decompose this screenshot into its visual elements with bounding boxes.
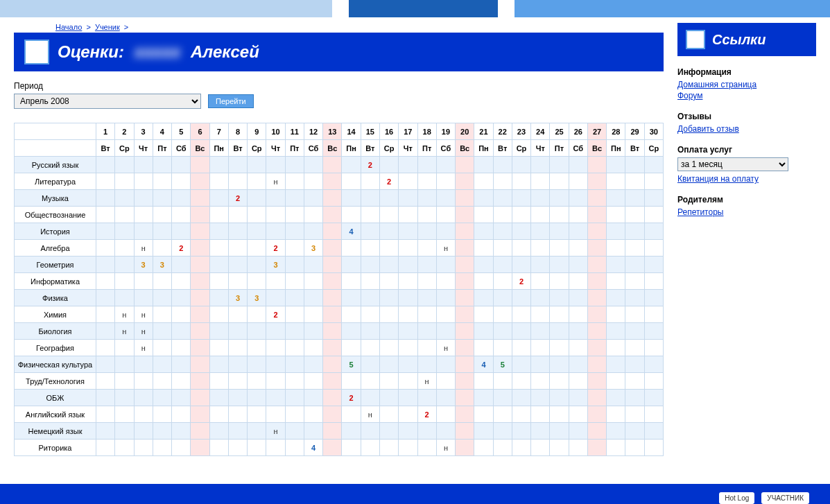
day-header: 18 xyxy=(417,123,436,140)
grade-cell xyxy=(625,207,644,223)
grade-cell xyxy=(644,173,663,190)
payment-period-select[interactable]: за 1 месяц xyxy=(677,157,788,171)
grade-cell xyxy=(115,356,134,373)
grade-cell xyxy=(550,273,569,290)
grade-cell xyxy=(531,157,550,173)
grade-cell xyxy=(569,257,587,273)
grade-cell xyxy=(587,323,606,340)
grade-cell xyxy=(569,290,587,306)
grade-cell xyxy=(323,406,342,423)
breadcrumb-home[interactable]: Начало xyxy=(55,23,82,31)
sidebar-link[interactable]: Форум xyxy=(677,91,816,101)
grade-cell xyxy=(436,356,455,373)
grade-cell xyxy=(191,373,209,390)
weekday-header: Пт xyxy=(550,140,569,157)
grade-cell xyxy=(248,440,266,456)
footer-badge-1[interactable]: Hot Log xyxy=(719,492,754,504)
grade-cell xyxy=(587,340,606,356)
grade-cell xyxy=(436,223,455,240)
grade-cell xyxy=(228,373,247,390)
grade-cell xyxy=(493,373,512,390)
sidebar-link[interactable]: Домашняя страница xyxy=(677,80,816,89)
grade-cell xyxy=(399,173,417,190)
weekday-header: Ср xyxy=(248,140,266,157)
grade-cell: н xyxy=(417,373,436,390)
weekday-header: Вс xyxy=(587,140,606,157)
grade-cell xyxy=(550,240,569,257)
grade-cell: 2 xyxy=(228,190,247,207)
grade-cell xyxy=(493,440,512,456)
grade-value: н xyxy=(122,311,126,319)
breadcrumb-student[interactable]: Ученик xyxy=(95,23,120,31)
grade-cell xyxy=(625,390,644,406)
grade-cell xyxy=(191,290,209,306)
grade-cell xyxy=(115,273,134,290)
sidebar-section-heading: Отзывы xyxy=(677,112,816,121)
grade-cell xyxy=(417,273,436,290)
go-button[interactable]: Перейти xyxy=(208,94,254,108)
grade-cell: н xyxy=(436,440,455,456)
grade-cell: 2 xyxy=(379,173,398,190)
grade-cell xyxy=(153,290,171,306)
grade-cell: 4 xyxy=(304,440,322,456)
grade-cell xyxy=(474,190,493,207)
grade-cell xyxy=(512,306,530,323)
table-row: Химиянн2 xyxy=(15,306,664,323)
grade-cell xyxy=(96,323,115,340)
day-header: 11 xyxy=(285,123,304,140)
grade-cell xyxy=(399,356,417,373)
grade-cell xyxy=(323,173,342,190)
sidebar-section: ИнформацияДомашняя страницаФорум xyxy=(677,67,816,101)
grade-cell xyxy=(342,440,361,456)
grade-cell xyxy=(115,390,134,406)
grade-cell xyxy=(456,406,474,423)
grade-cell xyxy=(531,173,550,190)
grade-cell xyxy=(228,306,247,323)
grade-cell xyxy=(436,207,455,223)
grade-cell: н xyxy=(436,340,455,356)
grade-cell xyxy=(456,173,474,190)
day-header: 27 xyxy=(587,123,606,140)
table-row: Обществознание xyxy=(15,207,664,223)
sidebar-link[interactable]: Репетиторы xyxy=(677,207,816,217)
sidebar-link[interactable]: Добавить отзыв xyxy=(677,124,816,134)
grade-cell xyxy=(134,207,153,223)
grade-cell xyxy=(153,323,171,340)
footer: Hot Log УЧАСТНИК xyxy=(0,484,830,504)
grade-cell xyxy=(474,223,493,240)
grade-cell xyxy=(456,290,474,306)
weekday-header: Чт xyxy=(399,140,417,157)
grade-cell xyxy=(379,323,398,340)
grade-cell xyxy=(134,273,153,290)
grade-cell xyxy=(456,340,474,356)
grade-cell xyxy=(304,406,322,423)
weekday-header: Ср xyxy=(115,140,134,157)
grade-cell xyxy=(587,207,606,223)
grade-cell xyxy=(569,223,587,240)
grade-cell xyxy=(569,207,587,223)
footer-badge-2[interactable]: УЧАСТНИК xyxy=(761,492,809,504)
sidebar-link[interactable]: Квитанция на оплату xyxy=(677,174,816,184)
grade-cell xyxy=(644,390,663,406)
grade-cell xyxy=(587,290,606,306)
grade-cell xyxy=(531,273,550,290)
grade-cell xyxy=(248,190,266,207)
weekday-header: Сб xyxy=(172,140,191,157)
grade-cell xyxy=(323,340,342,356)
sidebar: Ссылки ИнформацияДомашняя страницаФорумО… xyxy=(677,23,816,456)
grade-cell: 2 xyxy=(417,406,436,423)
table-row: Риторика4н xyxy=(15,440,664,456)
grade-cell xyxy=(493,240,512,257)
grade-cell xyxy=(323,423,342,440)
grade-value: н xyxy=(141,311,146,319)
grade-cell xyxy=(417,207,436,223)
grade-cell xyxy=(285,323,304,340)
grade-cell xyxy=(115,207,134,223)
grade-value: 3 xyxy=(160,261,164,269)
grade-cell xyxy=(417,190,436,207)
grade-cell xyxy=(550,406,569,423)
period-select[interactable]: Апрель 2008 xyxy=(14,94,201,109)
subject-cell: Химия xyxy=(15,306,96,323)
subject-cell: Обществознание xyxy=(15,207,96,223)
grade-cell xyxy=(493,306,512,323)
